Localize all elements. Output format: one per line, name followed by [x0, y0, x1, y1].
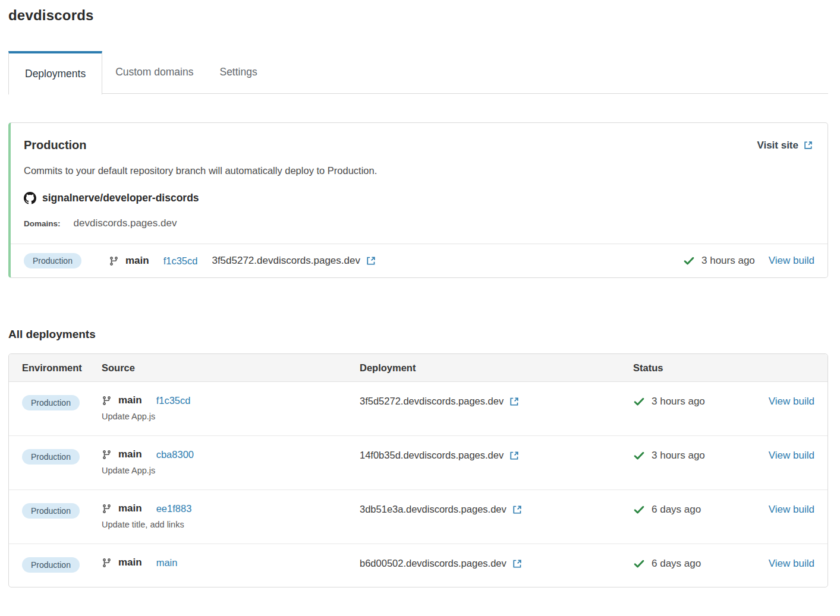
- external-link-icon[interactable]: [509, 396, 520, 407]
- tab-settings[interactable]: Settings: [206, 51, 270, 93]
- deployment-url: 3db51e3a.devdiscords.pages.dev: [360, 504, 506, 515]
- deployment-time: 3 hours ago: [652, 450, 705, 462]
- external-link-icon[interactable]: [509, 450, 520, 461]
- branch-name: main: [118, 557, 142, 568]
- domains-label: Domains:: [24, 219, 61, 228]
- page-title: devdiscords: [8, 7, 828, 24]
- deployments-table: Environment Source Deployment Status Pro…: [8, 353, 828, 587]
- view-build-link[interactable]: View build: [769, 558, 814, 569]
- all-deployments-title: All deployments: [8, 328, 828, 341]
- view-build-link[interactable]: View build: [769, 450, 814, 461]
- git-branch-icon: [102, 558, 112, 568]
- environment-badge: Production: [24, 253, 81, 268]
- tab-bar: Deployments Custom domains Settings: [8, 51, 828, 94]
- commit-message: Update App.js: [102, 412, 360, 421]
- success-check-icon: [633, 450, 645, 462]
- column-header-deployment: Deployment: [360, 362, 633, 374]
- commit-link[interactable]: main: [156, 557, 178, 568]
- commit-link[interactable]: f1c35cd: [156, 395, 191, 406]
- table-header: Environment Source Deployment Status: [9, 354, 828, 382]
- commit-link[interactable]: ee1f883: [156, 503, 192, 514]
- visit-site-label: Visit site: [757, 140, 798, 151]
- tab-deployments[interactable]: Deployments: [8, 51, 102, 94]
- view-build-link[interactable]: View build: [769, 396, 814, 407]
- deployment-url: 3f5d5272.devdiscords.pages.dev: [360, 396, 504, 407]
- table-row: Production main main b6d00502.devdiscord…: [9, 544, 828, 587]
- table-row: Production main f1c35cd Update App.js 3f…: [9, 382, 828, 436]
- view-build-link[interactable]: View build: [769, 255, 814, 267]
- environment-badge: Production: [22, 449, 80, 465]
- environment-badge: Production: [22, 557, 80, 573]
- production-card-title: Production: [24, 138, 87, 152]
- environment-badge: Production: [22, 503, 80, 519]
- github-icon: [24, 192, 36, 204]
- success-check-icon: [633, 504, 645, 516]
- table-row: Production main cba8300 Update App.js 14…: [9, 436, 828, 490]
- git-branch-icon: [102, 396, 112, 406]
- success-check-icon: [633, 558, 645, 570]
- visit-site-link[interactable]: Visit site: [757, 140, 813, 151]
- commit-message: Update title, add links: [102, 520, 360, 529]
- git-branch-icon: [109, 256, 119, 266]
- deployment-url: 14f0b35d.devdiscords.pages.dev: [360, 450, 504, 461]
- repo-link[interactable]: signalnerve/developer-discords: [24, 192, 813, 204]
- deployment-time: 6 days ago: [652, 558, 701, 570]
- production-description: Commits to your default repository branc…: [24, 165, 813, 176]
- table-row: Production main ee1f883 Update title, ad…: [9, 490, 828, 544]
- branch-name: main: [125, 255, 149, 267]
- commit-message: Update App.js: [102, 466, 360, 475]
- deployment-url: b6d00502.devdiscords.pages.dev: [360, 558, 506, 569]
- environment-badge: Production: [22, 395, 80, 410]
- deployment-time: 3 hours ago: [652, 396, 705, 407]
- column-header-status: Status: [633, 362, 744, 374]
- success-check-icon: [683, 255, 695, 267]
- deployment-time: 6 days ago: [652, 504, 701, 516]
- commit-link[interactable]: cba8300: [156, 449, 194, 460]
- external-link-icon[interactable]: [512, 558, 523, 569]
- external-link-icon[interactable]: [366, 255, 376, 266]
- branch-name: main: [118, 503, 142, 514]
- git-branch-icon: [102, 504, 112, 514]
- success-check-icon: [633, 396, 645, 407]
- production-deployment-row: Production main f1c35cd 3f5d5272.devdisc…: [11, 244, 828, 277]
- pages-project-page: devdiscords Deployments Custom domains S…: [0, 0, 840, 587]
- branch-name: main: [118, 394, 142, 406]
- tab-custom-domains[interactable]: Custom domains: [102, 51, 206, 93]
- branch-name: main: [118, 448, 142, 460]
- production-card: Production Visit site Commits to your de…: [8, 122, 828, 278]
- deployment-url: 3f5d5272.devdiscords.pages.dev: [212, 255, 360, 267]
- repo-name: signalnerve/developer-discords: [42, 192, 199, 204]
- external-link-icon[interactable]: [512, 504, 523, 515]
- deployment-time: 3 hours ago: [701, 255, 755, 267]
- column-header-source: Source: [102, 362, 360, 374]
- external-link-icon: [803, 140, 813, 150]
- view-build-link[interactable]: View build: [769, 504, 814, 515]
- git-branch-icon: [102, 450, 112, 460]
- commit-link[interactable]: f1c35cd: [163, 255, 198, 267]
- domains-value: devdiscords.pages.dev: [74, 217, 177, 229]
- column-header-environment: Environment: [22, 362, 102, 374]
